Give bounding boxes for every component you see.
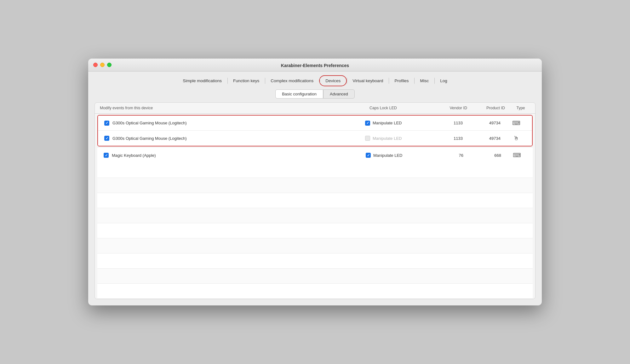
header-product-id: Product ID xyxy=(473,106,511,110)
led-label-3: Manipulate LED xyxy=(373,153,403,158)
header-type: Type xyxy=(511,106,530,110)
device-checkbox-3[interactable] xyxy=(104,153,109,158)
tab-complex-modifications[interactable]: Complex modifications xyxy=(265,76,319,86)
keyboard-icon-2: ⌨ xyxy=(513,152,521,159)
tab-simple-modifications[interactable]: Simple modifications xyxy=(177,76,227,86)
close-button[interactable] xyxy=(93,63,98,67)
vendor-id-2: 1133 xyxy=(434,136,469,141)
device-cell-2: G300s Optical Gaming Mouse (Logitech) xyxy=(104,136,365,141)
header-vendor-id: Vendor ID xyxy=(439,106,473,110)
device-name-2: G300s Optical Gaming Mouse (Logitech) xyxy=(112,136,187,141)
main-window: Karabiner-Elements Preferences Simple mo… xyxy=(88,59,542,305)
device-name-3: Magic Keyboard (Apple) xyxy=(112,153,156,158)
empty-row xyxy=(97,253,533,269)
empty-row xyxy=(97,223,533,238)
empty-row xyxy=(97,269,533,284)
header-caps-lock-led: Caps Lock LED xyxy=(369,106,439,110)
type-cell-1: ⌨ xyxy=(507,120,526,127)
type-cell-2: 🖱 xyxy=(507,135,526,142)
device-cell-1: G300s Optical Gaming Mouse (Logitech) xyxy=(104,121,365,126)
header-device: Modify events from this device xyxy=(100,106,369,110)
maximize-button[interactable] xyxy=(107,63,112,67)
table-row: G300s Optical Gaming Mouse (Logitech) Ma… xyxy=(98,116,532,131)
tab-virtual-keyboard[interactable]: Virtual keyboard xyxy=(347,76,389,86)
device-name-1: G300s Optical Gaming Mouse (Logitech) xyxy=(112,121,187,125)
type-cell-3: ⌨ xyxy=(507,152,526,159)
table-row: G300s Optical Gaming Mouse (Logitech) Ma… xyxy=(98,131,532,146)
keyboard-icon-1: ⌨ xyxy=(512,120,520,127)
table-header: Modify events from this device Caps Lock… xyxy=(95,103,535,114)
content-area: Modify events from this device Caps Lock… xyxy=(94,102,536,299)
vendor-id-1: 1133 xyxy=(434,121,469,125)
empty-row xyxy=(97,193,533,208)
product-id-2: 49734 xyxy=(469,136,507,141)
window-controls xyxy=(93,63,112,67)
mouse-icon-1: 🖱 xyxy=(513,135,519,142)
led-checkbox-3[interactable] xyxy=(366,153,371,158)
sub-tab-advanced[interactable]: Advanced xyxy=(323,89,355,99)
led-cell-3: Manipulate LED xyxy=(366,153,435,158)
table-row: Magic Keyboard (Apple) Manipulate LED 76… xyxy=(97,148,533,163)
led-cell-1: Manipulate LED xyxy=(365,121,434,126)
product-id-3: 668 xyxy=(470,153,507,158)
tab-log[interactable]: Log xyxy=(434,76,453,86)
device-checkbox-1[interactable] xyxy=(104,121,109,126)
normal-device-rows: Magic Keyboard (Apple) Manipulate LED 76… xyxy=(95,148,535,163)
led-label-2: Manipulate LED xyxy=(373,136,402,141)
minimize-button[interactable] xyxy=(100,63,105,67)
empty-row xyxy=(97,284,533,299)
empty-row xyxy=(97,238,533,253)
sub-tab-bar: Basic configuration Advanced xyxy=(88,86,542,102)
empty-row xyxy=(97,163,533,178)
title-bar: Karabiner-Elements Preferences xyxy=(88,59,542,71)
tab-bar: Simple modifications Function keys Compl… xyxy=(88,71,542,86)
led-checkbox-2[interactable] xyxy=(365,136,370,141)
empty-row xyxy=(97,178,533,193)
tab-function-keys[interactable]: Function keys xyxy=(227,76,265,86)
led-checkbox-1[interactable] xyxy=(365,121,370,126)
device-checkbox-2[interactable] xyxy=(104,136,109,141)
empty-row xyxy=(97,208,533,223)
tab-profiles[interactable]: Profiles xyxy=(389,76,414,86)
tab-misc[interactable]: Misc xyxy=(414,76,434,86)
device-cell-3: Magic Keyboard (Apple) xyxy=(104,153,366,158)
tab-devices[interactable]: Devices xyxy=(319,75,347,86)
led-label-1: Manipulate LED xyxy=(373,121,402,125)
vendor-id-3: 76 xyxy=(435,153,470,158)
product-id-1: 49734 xyxy=(469,121,507,125)
sub-tab-basic-configuration[interactable]: Basic configuration xyxy=(275,89,323,99)
highlighted-device-group: G300s Optical Gaming Mouse (Logitech) Ma… xyxy=(97,115,533,146)
window-title: Karabiner-Elements Preferences xyxy=(281,63,349,68)
empty-rows xyxy=(95,163,535,299)
led-cell-2: Manipulate LED xyxy=(365,136,434,141)
